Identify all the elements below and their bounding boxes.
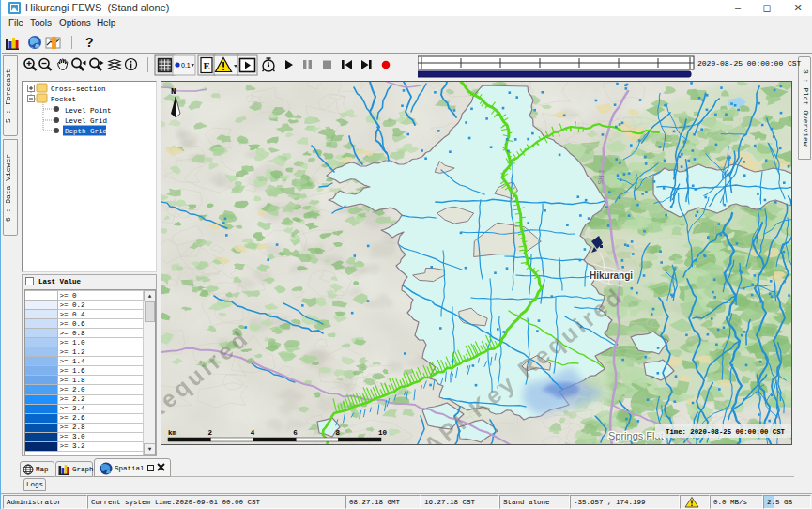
svg-text:km: km bbox=[168, 429, 177, 437]
svg-text:Hikurangi: Hikurangi bbox=[590, 270, 633, 281]
svg-text:Time: 2020-08-25 00:00:00 CST: Time: 2020-08-25 00:00:00 CST bbox=[666, 428, 786, 436]
svg-text:8: 8 bbox=[336, 429, 341, 437]
svg-text:?: ? bbox=[85, 35, 94, 50]
svg-text:0.1: 0.1 bbox=[181, 62, 191, 69]
svg-text:2: 2 bbox=[207, 429, 212, 437]
svg-text:4: 4 bbox=[251, 429, 255, 437]
svg-text:Depth Grid: Depth Grid bbox=[65, 128, 107, 135]
svg-text:10: 10 bbox=[378, 429, 388, 437]
svg-text:Pocket: Pocket bbox=[51, 96, 76, 103]
svg-text:Level Point: Level Point bbox=[65, 107, 112, 115]
svg-text:N: N bbox=[171, 87, 176, 97]
svg-text:SH 1: SH 1 bbox=[596, 169, 605, 185]
svg-text:Level Grid: Level Grid bbox=[65, 117, 107, 125]
svg-text:Springs Flat: Springs Flat bbox=[608, 430, 664, 441]
svg-text:Cross-section: Cross-section bbox=[51, 85, 106, 93]
svg-text:6: 6 bbox=[293, 429, 298, 437]
svg-text:E: E bbox=[204, 60, 210, 71]
